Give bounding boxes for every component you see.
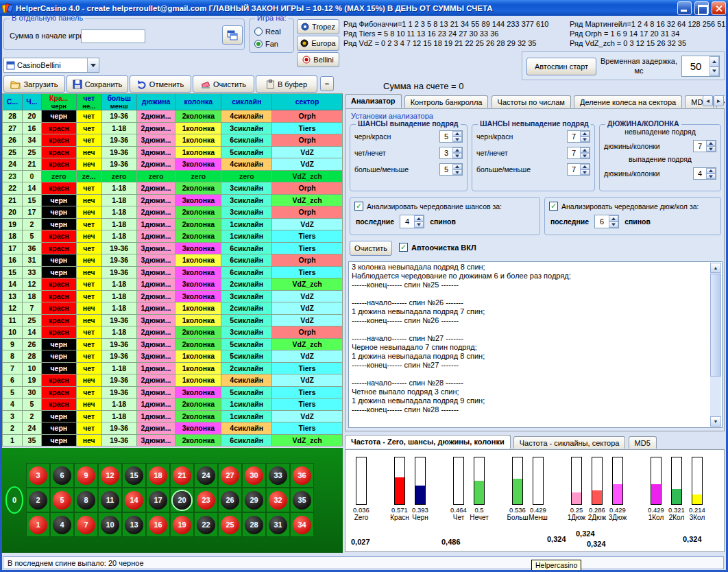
delay-spin-up-button[interactable] [709,56,719,67]
roulette-number-cell[interactable]: 33 [266,463,290,488]
spin-up-button[interactable] [609,215,618,222]
spin-down-button[interactable] [414,222,424,228]
main-tab[interactable]: Анализатор [345,94,402,108]
maximize-button[interactable] [694,1,709,15]
roulette-number-cell[interactable]: 11 [98,488,122,512]
autospin-start-button[interactable]: Автоспин старт [526,58,596,75]
spin-down-button[interactable] [580,169,590,175]
log-scrollbar[interactable]: ▲ ▼ [710,263,721,427]
spin-down-button[interactable] [580,153,590,158]
europa-button[interactable]: Europa [297,36,339,51]
undo-button[interactable]: Отменить [130,75,191,93]
roulette-number-cell[interactable]: 16 [146,512,170,537]
detach-panel-button[interactable] [222,25,243,45]
spin-down-button[interactable] [706,146,716,152]
main-tab[interactable]: Частоты по числам [492,95,571,108]
roulette-number-cell[interactable]: 14 [122,488,146,512]
tabs-scroll-right-button[interactable]: ► [714,95,724,106]
spin-down-button[interactable] [580,136,590,142]
setting-spinner[interactable]: 5 [439,130,463,143]
spin-up-button[interactable] [706,168,716,174]
bellini-button[interactable]: Bellini [297,52,339,67]
roulette-number-cell[interactable]: 31 [266,512,290,537]
spin-down-button[interactable] [706,174,716,179]
alternation-chances-checkbox[interactable]: ✓ Анализировать чередование шансов за: [354,202,539,211]
roulette-number-cell[interactable]: 5 [50,488,74,512]
last-spins-spinner[interactable]: 6 [594,215,619,228]
delay-spin-down-button[interactable] [709,67,719,77]
radio-fan[interactable]: Fan [254,40,278,48]
scrollbar-thumb[interactable] [710,274,721,377]
main-tab[interactable]: Деление колеса на сектора [574,95,682,108]
load-button[interactable]: Загрузить [3,75,65,93]
minimize-button[interactable] [677,1,692,15]
alternation-dozen-checkbox[interactable]: ✓ Анализировать чередование дюж/кол за: [549,202,720,211]
roulette-number-cell[interactable]: 12 [98,463,122,488]
roulette-number-cell[interactable]: 1 [26,512,50,537]
spin-down-button[interactable] [452,153,462,158]
tropez-button[interactable]: Tropez [297,19,339,34]
freq-tab[interactable]: MD5 [629,436,657,449]
spin-up-button[interactable] [580,164,590,169]
roulette-number-cell[interactable]: 30 [242,463,266,488]
roulette-number-cell[interactable]: 35 [290,488,314,512]
spin-up-button[interactable] [452,164,462,169]
roulette-number-cell[interactable]: 34 [290,512,314,537]
combo-dropdown-arrow[interactable] [87,58,99,72]
roulette-number-cell[interactable]: 17 [146,488,170,512]
last-spins-spinner[interactable]: 4 [400,215,424,228]
casino-combobox[interactable]: CasinoBellini [3,58,99,73]
roulette-number-cell[interactable]: 13 [122,512,146,537]
roulette-number-cell[interactable]: 10 [98,512,122,537]
collapse-button[interactable]: − [320,76,334,91]
roulette-number-cell[interactable]: 27 [218,463,242,488]
roulette-number-cell[interactable]: 32 [266,488,290,512]
roulette-number-cell[interactable]: 2 [26,488,50,512]
spin-down-button[interactable] [452,169,462,175]
roulette-number-cell[interactable]: 6 [50,463,74,488]
scrollbar-up-button[interactable]: ▲ [710,263,721,273]
radio-real[interactable]: Real [254,27,281,36]
clear-button[interactable]: Очистить [193,75,254,93]
copy-buffer-button[interactable]: В буфер [256,75,317,93]
setting-spinner[interactable]: 5 [439,163,463,176]
freq-tab[interactable]: Частота - Zero, шансы, дюжины, колонки [345,435,511,449]
spin-up-button[interactable] [580,147,590,153]
roulette-number-cell[interactable]: 24 [194,463,218,488]
main-tab[interactable]: Контроль банкролла [404,95,489,108]
roulette-number-cell[interactable]: 21 [170,463,194,488]
spin-down-button[interactable] [609,222,618,228]
scrollbar-down-button[interactable]: ▼ [710,416,721,427]
roulette-number-cell[interactable]: 25 [218,512,242,537]
analyzer-log[interactable]: 3 колонка невыпадала подряд 8 спин; Набл… [348,261,723,428]
roulette-number-cell[interactable]: 19 [170,512,194,537]
spin-up-button[interactable] [452,147,462,153]
close-button[interactable] [712,1,726,15]
roulette-number-cell[interactable]: 23 [194,488,218,512]
autoclear-checkbox[interactable]: ✓ Автоочистка ВКЛ [399,243,476,252]
delay-spinner[interactable]: 50 [681,56,720,77]
setting-spinner[interactable]: 7 [567,147,590,159]
roulette-number-cell[interactable]: 22 [194,512,218,537]
setting-spinner[interactable]: 7 [567,163,590,176]
dozen-miss-spinner[interactable]: 7 [693,140,716,152]
setting-spinner[interactable]: 7 [567,130,590,143]
roulette-zero-cell[interactable]: 0 [5,486,23,514]
freq-tab[interactable]: Частота - сиклайны, сектора [513,436,626,449]
roulette-number-cell[interactable]: 18 [146,463,170,488]
roulette-number-cell[interactable]: 4 [50,512,74,537]
roulette-number-cell[interactable]: 28 [242,512,266,537]
roulette-number-cell[interactable]: 9 [74,463,98,488]
roulette-number-cell[interactable]: 29 [242,488,266,512]
analyzer-clear-button[interactable]: Очистить [350,241,392,256]
spin-up-button[interactable] [452,131,462,136]
roulette-number-cell[interactable]: 3 [26,463,50,488]
start-sum-input[interactable] [81,29,145,43]
dozen-hit-spinner[interactable]: 4 [693,167,716,180]
spin-up-button[interactable] [580,131,590,136]
spin-down-button[interactable] [452,136,462,142]
roulette-number-cell[interactable]: 20 [170,488,194,512]
roulette-number-cell[interactable]: 7 [74,512,98,537]
setting-spinner[interactable]: 3 [439,147,463,159]
roulette-number-cell[interactable]: 15 [122,463,146,488]
